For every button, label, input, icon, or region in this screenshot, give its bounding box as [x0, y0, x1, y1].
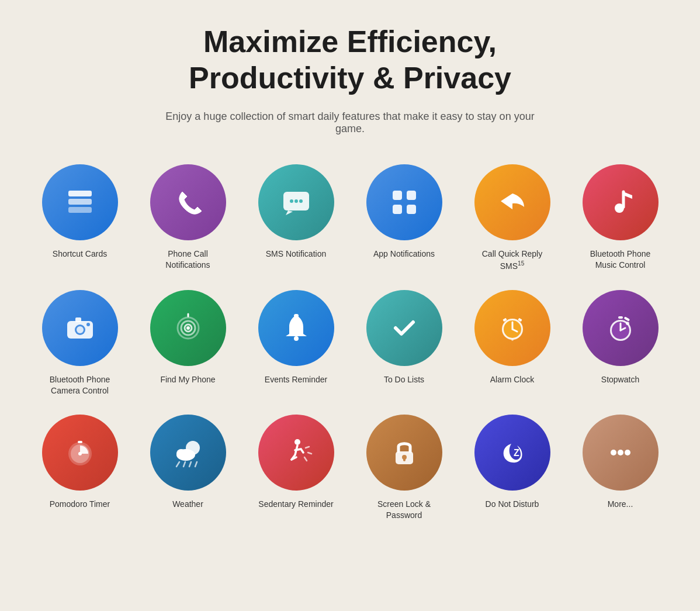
feature-label-weather: Weather	[172, 499, 203, 510]
feature-label-pomodoro-timer: Pomodoro Timer	[50, 499, 110, 510]
svg-rect-1	[68, 199, 92, 205]
page-title: Maximize Efficiency,Productivity & Priva…	[12, 23, 688, 96]
svg-point-16	[86, 323, 90, 326]
svg-point-5	[294, 199, 298, 203]
features-grid: Shortcut Cards Phone Call Notifications …	[29, 164, 671, 522]
svg-point-14	[77, 326, 84, 333]
svg-rect-30	[618, 316, 623, 319]
feature-item-stopwatch[interactable]: Stopwatch	[569, 290, 671, 397]
svg-point-46	[618, 450, 623, 455]
svg-point-27	[511, 339, 514, 341]
feature-icon-events-reminder	[258, 290, 334, 366]
feature-item-do-not-disturb[interactable]: Z Do Not Disturb	[461, 415, 563, 522]
feature-item-pomodoro-timer[interactable]: Pomodoro Timer	[29, 415, 131, 522]
feature-icon-sms-notification	[258, 164, 334, 240]
feature-icon-shortcut-cards	[42, 164, 118, 240]
feature-icon-weather	[150, 415, 226, 491]
svg-rect-22	[294, 314, 299, 317]
feature-icon-sedentary-reminder	[258, 415, 334, 491]
feature-icon-app-notifications	[366, 164, 442, 240]
feature-icon-todo-lists	[366, 290, 442, 366]
feature-label-stopwatch: Stopwatch	[601, 374, 639, 386]
feature-label-bluetooth-music: Bluetooth Phone Music Control	[583, 248, 659, 271]
feature-item-phone-call[interactable]: Phone Call Notifications	[137, 164, 239, 272]
feature-item-find-my-phone[interactable]: Find My Phone	[137, 290, 239, 397]
feature-label-more: More...	[608, 499, 633, 510]
feature-item-shortcut-cards[interactable]: Shortcut Cards	[29, 164, 131, 272]
feature-icon-more	[583, 415, 659, 491]
feature-label-bluetooth-camera: Bluetooth Phone Camera Control	[42, 374, 118, 397]
feature-label-phone-call: Phone Call Notifications	[150, 248, 226, 271]
feature-item-alarm-clock[interactable]: Alarm Clock	[461, 290, 563, 397]
svg-text:Z: Z	[514, 448, 519, 458]
feature-label-do-not-disturb: Do Not Disturb	[486, 499, 539, 510]
feature-label-alarm-clock: Alarm Clock	[490, 374, 534, 386]
feature-item-todo-lists[interactable]: To Do Lists	[353, 290, 455, 397]
feature-icon-screen-lock	[366, 415, 442, 491]
feature-icon-do-not-disturb: Z	[474, 415, 550, 491]
svg-rect-2	[68, 207, 92, 213]
svg-rect-31	[623, 316, 630, 321]
feature-item-weather[interactable]: Weather	[137, 415, 239, 522]
svg-point-35	[78, 452, 82, 455]
svg-rect-9	[393, 205, 402, 214]
svg-point-47	[625, 450, 630, 455]
feature-item-screen-lock[interactable]: Screen Lock & Password	[353, 415, 455, 522]
feature-label-events-reminder: Events Reminder	[265, 374, 327, 386]
feature-icon-phone-call	[150, 164, 226, 240]
feature-label-shortcut-cards: Shortcut Cards	[53, 248, 107, 260]
svg-point-11	[615, 203, 624, 213]
svg-point-45	[611, 450, 616, 455]
feature-item-more[interactable]: More...	[569, 415, 671, 522]
svg-rect-7	[393, 191, 402, 200]
svg-point-39	[176, 449, 186, 458]
svg-point-21	[294, 336, 299, 341]
feature-label-call-quick-reply: Call Quick Reply SMS15	[474, 248, 550, 272]
feature-item-sedentary-reminder[interactable]: Sedentary Reminder	[245, 415, 347, 522]
svg-rect-8	[407, 191, 416, 200]
feature-icon-pomodoro-timer	[42, 415, 118, 491]
feature-item-bluetooth-music[interactable]: Bluetooth Phone Music Control	[569, 164, 671, 272]
svg-point-40	[294, 439, 300, 445]
feature-label-screen-lock: Screen Lock & Password	[366, 499, 442, 522]
page-header: Maximize Efficiency,Productivity & Priva…	[12, 23, 688, 135]
feature-label-sms-notification: SMS Notification	[266, 248, 326, 260]
feature-icon-call-quick-reply	[474, 164, 550, 240]
feature-item-events-reminder[interactable]: Events Reminder	[245, 290, 347, 397]
feature-label-find-my-phone: Find My Phone	[160, 374, 215, 386]
page-subtitle: Enjoy a huge collection of smart daily f…	[163, 111, 537, 135]
svg-rect-36	[78, 441, 82, 443]
svg-point-6	[299, 199, 303, 203]
feature-item-sms-notification[interactable]: SMS Notification	[245, 164, 347, 272]
feature-label-todo-lists: To Do Lists	[384, 374, 424, 386]
feature-icon-stopwatch	[583, 290, 659, 366]
svg-rect-43	[403, 457, 406, 461]
svg-point-20	[186, 326, 190, 330]
feature-item-call-quick-reply[interactable]: Call Quick Reply SMS15	[461, 164, 563, 272]
feature-icon-find-my-phone	[150, 290, 226, 366]
svg-rect-10	[407, 205, 416, 214]
svg-point-4	[290, 199, 293, 203]
feature-icon-bluetooth-camera	[42, 290, 118, 366]
svg-point-32	[626, 322, 629, 325]
feature-icon-alarm-clock	[474, 290, 550, 366]
svg-rect-0	[68, 191, 92, 196]
feature-item-bluetooth-camera[interactable]: Bluetooth Phone Camera Control	[29, 290, 131, 397]
feature-item-app-notifications[interactable]: App Notifications	[353, 164, 455, 272]
feature-label-app-notifications: App Notifications	[373, 248, 435, 260]
feature-icon-bluetooth-music	[583, 164, 659, 240]
svg-rect-15	[75, 317, 81, 322]
feature-label-sedentary-reminder: Sedentary Reminder	[258, 499, 333, 510]
